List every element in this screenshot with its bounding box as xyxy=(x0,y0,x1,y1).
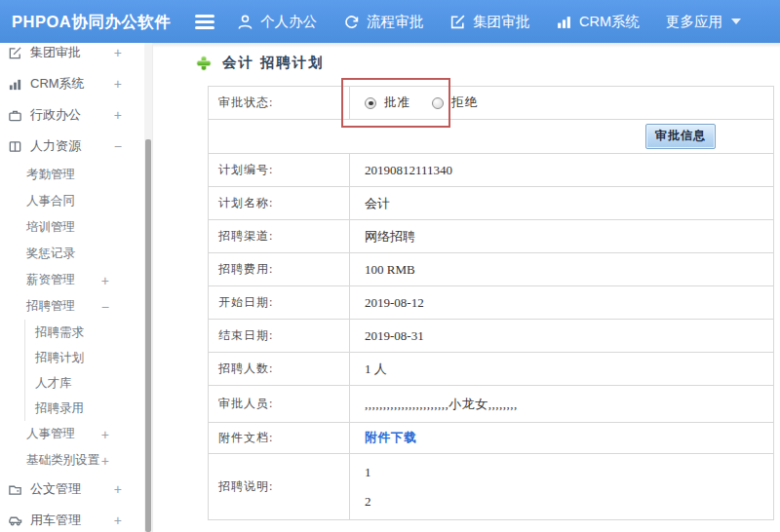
sidebar-item-group-approval[interactable]: 集团审批 + xyxy=(0,43,144,68)
sidebar-item-vehicle-mgmt[interactable]: 用车管理 + xyxy=(0,505,144,532)
field-attachment: 附件文档: 附件下载 xyxy=(209,423,773,454)
radio-approve-label: 批准 xyxy=(384,95,410,111)
field-label: 审批状态: xyxy=(209,87,350,119)
sidebar-item-recruitment[interactable]: 招聘管理 − xyxy=(0,293,144,320)
sidebar-scrollbar xyxy=(144,43,152,532)
bar-chart-icon xyxy=(556,14,572,30)
nav-item-more-apps[interactable]: 更多应用 xyxy=(666,13,741,31)
field-label: 招聘渠道: xyxy=(209,220,350,252)
sidebar-item-label: 培训管理 xyxy=(26,219,75,236)
field-description: 招聘说明: 1 2 xyxy=(209,454,773,520)
field-value: 20190812111340 xyxy=(350,154,773,186)
field-plan-number: 计划编号: 20190812111340 xyxy=(209,154,773,187)
car-icon xyxy=(8,513,23,528)
field-recruit-channel: 招聘渠道: 网络招聘 xyxy=(209,220,773,253)
main-content: 会计 招聘计划 审批状态: 批准 拒绝 审批信息 计划编号: 201908121… xyxy=(152,43,780,532)
expand-toggle[interactable]: + xyxy=(101,427,109,442)
expand-toggle[interactable]: + xyxy=(114,481,122,497)
sidebar-item-document-mgmt[interactable]: 公文管理 + xyxy=(0,474,144,505)
recruitment-submenu: 招聘需求 招聘计划 人才库 招聘录用 xyxy=(24,320,144,421)
field-approval-status: 审批状态: 批准 拒绝 xyxy=(209,87,773,120)
sidebar-item-label: 招聘计划 xyxy=(35,350,84,366)
nav-label: 个人办公 xyxy=(260,13,317,31)
radio-reject-label: 拒绝 xyxy=(451,95,478,111)
nav-label: CRM系统 xyxy=(579,13,640,31)
sidebar-item-training[interactable]: 培训管理 xyxy=(0,214,144,241)
expand-toggle[interactable]: + xyxy=(114,45,122,60)
sidebar-item-label: 用车管理 xyxy=(30,512,81,529)
sidebar-item-label: CRM系统 xyxy=(30,75,85,93)
bar-chart-icon xyxy=(8,77,23,92)
radio-approve[interactable] xyxy=(365,97,376,109)
sidebar-item-recruit-hire[interactable]: 招聘录用 xyxy=(25,396,144,421)
nav-label: 集团审批 xyxy=(473,13,529,31)
field-label: 招聘费用: xyxy=(209,253,350,285)
book-icon xyxy=(8,139,23,154)
expand-toggle[interactable]: + xyxy=(114,76,122,92)
approval-info-button[interactable]: 审批信息 xyxy=(645,124,716,149)
sidebar-menu: 集团审批 + CRM系统 + 行政办公 + xyxy=(0,43,144,532)
field-value: 会计 xyxy=(350,187,773,219)
sidebar-item-admin-office[interactable]: 行政办公 + xyxy=(0,99,144,131)
sidebar-item-talent-pool[interactable]: 人才库 xyxy=(25,370,144,396)
expand-toggle[interactable]: + xyxy=(101,273,109,288)
nav-item-personal-office[interactable]: 个人办公 xyxy=(237,13,317,31)
field-label: 结束日期: xyxy=(209,320,350,352)
sidebar-item-personnel[interactable]: 人事管理 + xyxy=(0,421,144,447)
approval-status-options: 批准 拒绝 xyxy=(350,87,773,119)
expand-toggle[interactable]: − xyxy=(101,299,109,315)
nav-item-process-approval[interactable]: 流程审批 xyxy=(343,13,423,31)
expand-toggle[interactable]: + xyxy=(101,453,109,469)
field-value: 1 2 xyxy=(350,454,773,519)
sidebar-item-label: 薪资管理 xyxy=(26,272,75,288)
sidebar-item-label: 公文管理 xyxy=(30,480,81,498)
sidebar-item-label: 招聘录用 xyxy=(35,400,84,417)
sidebar-item-hr[interactable]: 人力资源 − xyxy=(0,131,144,162)
nav-label: 更多应用 xyxy=(666,13,722,31)
field-approvers: 审批人员: ,,,,,,,,,,,,,,,,,,,,,,,小龙女,,,,,,,, xyxy=(209,386,773,423)
sidebar-item-label: 奖惩记录 xyxy=(26,246,75,262)
user-icon xyxy=(237,14,254,30)
sidebar-item-base-category[interactable]: 基础类别设置 + xyxy=(0,447,144,474)
sidebar-item-rewards[interactable]: 奖惩记录 xyxy=(0,241,144,267)
expand-toggle[interactable]: − xyxy=(114,138,122,154)
field-value: 1 人 xyxy=(350,353,773,385)
radio-reject[interactable] xyxy=(432,97,444,109)
field-label: 开始日期: xyxy=(209,286,350,319)
app-title: PHPOA协同办公软件 xyxy=(12,0,171,43)
field-value: 100 RMB xyxy=(350,253,773,285)
scrollbar-thumb[interactable] xyxy=(145,139,151,532)
sidebar-item-recruit-plan[interactable]: 招聘计划 xyxy=(25,345,144,370)
nav-item-crm[interactable]: CRM系统 xyxy=(556,13,640,31)
sidebar-item-recruit-demand[interactable]: 招聘需求 xyxy=(25,320,144,345)
sidebar-item-label: 招聘管理 xyxy=(26,298,75,315)
sidebar-item-salary[interactable]: 薪资管理 + xyxy=(0,267,144,293)
page-title: 会计 招聘计划 xyxy=(222,54,325,72)
field-end-date: 结束日期: 2019-08-31 xyxy=(209,320,773,353)
sidebar-item-attendance[interactable]: 考勤管理 xyxy=(0,162,144,188)
field-label: 附件文档: xyxy=(209,423,350,453)
sidebar-item-label: 考勤管理 xyxy=(26,167,75,183)
sidebar-item-label: 人才库 xyxy=(35,375,72,392)
sidebar-item-label: 人力资源 xyxy=(30,137,81,155)
sidebar-item-label: 人事合同 xyxy=(26,193,75,209)
sidebar-item-label: 人事管理 xyxy=(26,426,75,442)
expand-toggle[interactable]: + xyxy=(114,513,122,528)
briefcase-icon xyxy=(8,108,23,123)
field-label: 招聘人数: xyxy=(209,353,350,385)
sidebar-item-hr-contract[interactable]: 人事合同 xyxy=(0,188,144,214)
nav-item-group-approval[interactable]: 集团审批 xyxy=(449,13,529,31)
document-icon xyxy=(8,482,23,497)
field-recruit-cost: 招聘费用: 100 RMB xyxy=(209,253,773,286)
sidebar-item-label: 行政办公 xyxy=(30,106,81,124)
field-label: 计划编号: xyxy=(209,154,350,186)
sidebar-item-crm[interactable]: CRM系统 + xyxy=(0,68,144,99)
field-value: 2019-08-31 xyxy=(350,320,773,352)
menu-toggle-icon[interactable] xyxy=(195,15,214,29)
description-line: 2 xyxy=(365,487,371,516)
field-label: 审批人员: xyxy=(209,386,350,422)
add-icon[interactable] xyxy=(196,56,212,71)
expand-toggle[interactable]: + xyxy=(114,107,122,123)
top-nav: 个人办公 流程审批 集团审批 CRM系统 xyxy=(237,0,741,43)
attachment-download-link[interactable]: 附件下载 xyxy=(365,430,417,446)
